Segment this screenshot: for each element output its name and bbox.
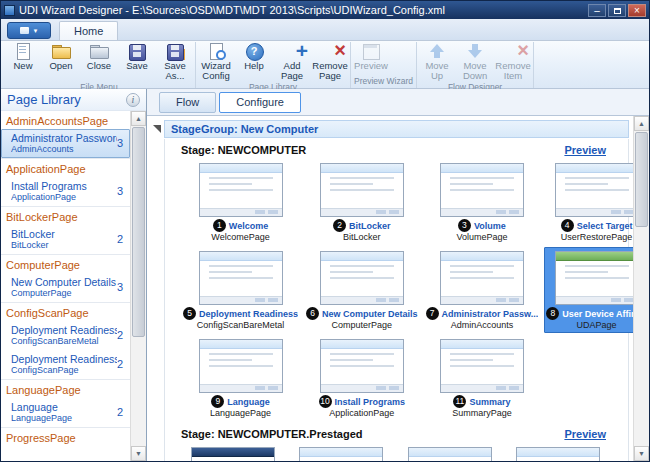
page-group-header[interactable]: AdminAccountsPage bbox=[1, 111, 130, 129]
scroll-up-icon[interactable]: ▲ bbox=[634, 116, 649, 131]
ribbon-button-label: Save bbox=[126, 61, 148, 71]
wizard-page-thumbnail[interactable] bbox=[199, 251, 283, 305]
stage-page-grid bbox=[169, 441, 624, 461]
new-button[interactable]: New bbox=[4, 42, 42, 72]
page-item-subtitle: ComputerPage bbox=[11, 288, 117, 298]
close-button[interactable]: × bbox=[628, 4, 646, 17]
wizard-page-thumbnail[interactable] bbox=[199, 339, 283, 393]
title-bar[interactable]: UDI Wizard Designer - E:\Sources\OSD\MDT… bbox=[1, 1, 649, 19]
maximize-icon bbox=[614, 8, 621, 14]
scrollbar-thumb[interactable] bbox=[132, 127, 145, 337]
saveas-icon bbox=[165, 43, 185, 60]
page-title: Select Target bbox=[577, 221, 633, 231]
scroll-down-icon[interactable]: ▼ bbox=[634, 446, 649, 461]
ribbon-groups: New Open Close Save Save As... File Menu… bbox=[1, 41, 649, 89]
saveas-button[interactable]: Save As... bbox=[156, 42, 194, 82]
stage-preview-link[interactable]: Preview bbox=[564, 428, 606, 440]
scroll-up-icon[interactable]: ▲ bbox=[131, 111, 146, 126]
wizard-page-thumbnail[interactable] bbox=[440, 163, 524, 217]
wizard-page-thumbnail[interactable] bbox=[440, 251, 524, 305]
help-button[interactable]: Help bbox=[235, 42, 273, 72]
sidebar-scrollbar[interactable]: ▲ ▼ bbox=[130, 111, 146, 461]
removeitem-button[interactable]: Remove Item bbox=[494, 42, 532, 82]
ribbon-button-label: Move Down bbox=[457, 61, 493, 81]
wizard-page-cell[interactable] bbox=[181, 443, 285, 461]
close-button[interactable]: Close bbox=[80, 42, 118, 72]
close-icon bbox=[89, 43, 109, 60]
page-library-item[interactable]: Install Programs ApplicationPage 3 bbox=[1, 177, 130, 206]
wizard-page-cell[interactable] bbox=[398, 443, 502, 461]
ribbon-tab-home[interactable]: Home bbox=[59, 21, 118, 40]
wizard-page-thumbnail[interactable] bbox=[191, 447, 275, 461]
application-menu-button[interactable]: ▼ bbox=[7, 22, 51, 39]
wizardconfig-button[interactable]: Wizard Config bbox=[197, 42, 235, 82]
page-item-count: 2 bbox=[117, 358, 126, 370]
page-group-header[interactable]: ApplicationPage bbox=[1, 158, 130, 177]
wizard-page-cell[interactable]: 10 Install Programs ApplicationPage bbox=[304, 335, 420, 421]
wizard-page-cell[interactable]: 5 Deployment Readiness ConfigScanBareMet… bbox=[181, 247, 300, 333]
ribbon-tab-row: ▼ Home bbox=[1, 19, 649, 41]
movedown-button[interactable]: Move Down bbox=[456, 42, 494, 82]
minimize-button[interactable]: – bbox=[588, 4, 606, 17]
wizard-page-cell[interactable]: 1 Welcome WelcomePage bbox=[181, 159, 300, 245]
preview-button[interactable]: Preview bbox=[352, 42, 390, 72]
wizard-page-cell[interactable]: 2 BitLocker BitLocker bbox=[304, 159, 420, 245]
wizard-page-thumbnail[interactable] bbox=[516, 447, 600, 461]
wizard-page-cell[interactable]: 6 New Computer Details ComputerPage bbox=[304, 247, 420, 333]
wizard-page-thumbnail[interactable] bbox=[320, 251, 404, 305]
wizard-page-cell[interactable]: 4 Select Target UserRestorePage bbox=[544, 159, 633, 245]
page-group-header[interactable]: ComputerPage bbox=[1, 254, 130, 273]
wizard-page-thumbnail[interactable] bbox=[320, 339, 404, 393]
wizard-page-thumbnail[interactable] bbox=[555, 163, 633, 217]
scrollbar-thumb[interactable] bbox=[635, 132, 648, 227]
wizard-page-thumbnail[interactable] bbox=[555, 251, 633, 305]
tab-configure[interactable]: Configure bbox=[219, 92, 301, 113]
tab-flow[interactable]: Flow bbox=[159, 92, 216, 113]
wizard-page-cell[interactable]: 11 Summary SummaryPage bbox=[424, 335, 541, 421]
page-title: Volume bbox=[474, 221, 506, 231]
collapse-expander-icon[interactable] bbox=[153, 125, 161, 133]
wizard-page-thumbnail[interactable] bbox=[299, 447, 383, 461]
wizard-page-cell[interactable]: 8 User Device Affinity UDAPage bbox=[544, 247, 633, 333]
page-group-header[interactable]: ProgressPage bbox=[1, 427, 130, 446]
moveup-icon bbox=[427, 43, 447, 60]
wizard-page-cell[interactable]: 7 Administrator Passw... AdminAccounts bbox=[424, 247, 541, 333]
moveup-button[interactable]: Move Up bbox=[418, 42, 456, 82]
page-group-header[interactable]: BitLockerPage bbox=[1, 206, 130, 225]
wizard-page-cell[interactable] bbox=[506, 443, 610, 461]
main-scrollbar[interactable]: ▲ ▼ bbox=[633, 116, 649, 461]
page-title: Deployment Readiness bbox=[199, 309, 298, 319]
addpage-button[interactable]: Add Page bbox=[273, 42, 311, 82]
info-icon[interactable]: i bbox=[126, 93, 140, 107]
page-number-badge: 5 bbox=[183, 307, 196, 320]
stage-label: Stage: NEWCOMPUTER.Prestaged bbox=[181, 428, 564, 440]
page-group-header[interactable]: ConfigScanPage bbox=[1, 302, 130, 321]
wizard-page-thumbnail[interactable] bbox=[408, 447, 492, 461]
page-group-header[interactable]: LanguagePage bbox=[1, 379, 130, 398]
ribbon-button-label: Open bbox=[49, 61, 72, 71]
removepage-button[interactable]: Remove Page bbox=[311, 42, 349, 82]
page-library-item[interactable]: Administrator Password AdminAccounts 3 bbox=[1, 129, 130, 158]
page-item-count: 3 bbox=[117, 137, 126, 149]
scroll-down-icon[interactable]: ▼ bbox=[131, 446, 146, 461]
stagegroup-header[interactable]: StageGroup: New Computer bbox=[164, 120, 629, 138]
wizard-page-thumbnail[interactable] bbox=[320, 163, 404, 217]
page-library-item[interactable]: Language LanguagePage 2 bbox=[1, 398, 130, 427]
page-library-item[interactable]: BitLocker BitLocker 2 bbox=[1, 225, 130, 254]
page-library-item[interactable]: Deployment Readiness ConfigScanBareMetal… bbox=[1, 321, 130, 350]
wizard-page-cell[interactable]: 3 Volume VolumePage bbox=[424, 159, 541, 245]
ribbon-button-label: Move Up bbox=[419, 61, 455, 81]
page-subtitle: WelcomePage bbox=[211, 232, 269, 242]
wizard-page-cell[interactable]: 9 Language LanguagePage bbox=[181, 335, 300, 421]
wizard-page-cell[interactable] bbox=[289, 443, 393, 461]
stage-preview-link[interactable]: Preview bbox=[564, 144, 606, 156]
open-button[interactable]: Open bbox=[42, 42, 80, 72]
page-library-item[interactable]: New Computer Details ComputerPage 3 bbox=[1, 273, 130, 302]
maximize-button[interactable] bbox=[608, 4, 626, 17]
ribbon-group-label: Preview Wizard bbox=[352, 76, 415, 88]
wizard-page-thumbnail[interactable] bbox=[440, 339, 524, 393]
page-library-item[interactable]: Deployment Readiness ConfigScanPage 2 bbox=[1, 350, 130, 379]
wizard-page-thumbnail[interactable] bbox=[199, 163, 283, 217]
save-button[interactable]: Save bbox=[118, 42, 156, 72]
page-subtitle: ConfigScanBareMetal bbox=[197, 320, 285, 330]
